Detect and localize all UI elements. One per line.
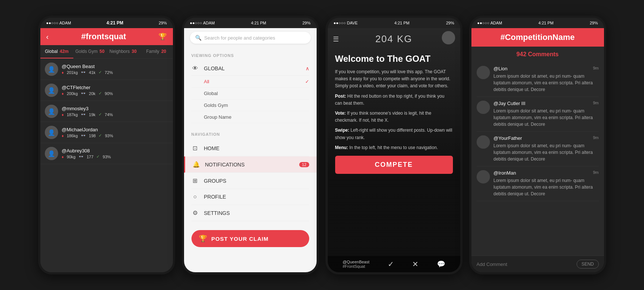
compete-button[interactable]: COMPETE [335, 156, 453, 174]
avatar [442, 31, 455, 44]
comment-name: @Jay Cutler III [494, 101, 525, 106]
viewing-options-section: VIEWING OPTIONS 👁 GLOBAL ∧ All ✓ Global … [184, 47, 317, 126]
nav-profile[interactable]: ○ PROFILE [191, 189, 309, 205]
carrier-3: ●●○○○ DAVE [334, 21, 358, 25]
time-2: 4:21 PM [251, 21, 266, 25]
send-button[interactable]: SEND [577, 260, 598, 269]
table-row[interactable]: 👤 @CTFletcher ♦200kg 👓20k ✓90% [40, 80, 173, 101]
sub-item-golds-gym[interactable]: Golds Gym [191, 100, 309, 111]
trophy-icon[interactable]: 🏆 [159, 33, 167, 41]
comment-time: 9m [593, 170, 598, 176]
screens-container: ●●○○○ ADAM 4:21 PM 29% ‹ #frontsquat 🏆 G… [31, 8, 614, 282]
table-row[interactable]: 👤 @mmosley3 ♦187kg 👓19k ✓74% [40, 101, 173, 122]
comment-time: 9m [593, 101, 598, 106]
eye-icon: 👁 [191, 65, 199, 72]
battery-1: 29% [159, 21, 167, 25]
table-row[interactable]: 👤 @Queen Beast ♦201kg 👓41k ✓72% [40, 59, 173, 80]
checkmark-action-icon[interactable]: ✓ [388, 260, 394, 269]
comment-text: Lorem ipsum dolor sit amet, eu pri num- … [494, 177, 599, 197]
avatar [477, 101, 490, 114]
nav-groups[interactable]: ⊞ GROUPS [191, 173, 309, 189]
comment-action-icon[interactable]: 💬 [437, 260, 445, 268]
welcome-paragraph-4: Swipe: Left-right will show you differen… [335, 127, 453, 141]
close-action-icon[interactable]: ✕ [412, 260, 418, 269]
screen3-content: ☰ 204 KG Welcome to The GOAT If you love… [328, 28, 460, 272]
comment-content: @IronMan 9m Lorem ipsum dolor sit amet, … [494, 170, 599, 197]
welcome-content: Welcome to The GOAT If you love competit… [328, 50, 460, 256]
carrier-1: ●●○○○ ADAM [46, 21, 71, 25]
tab-family[interactable]: Family 20 [140, 45, 173, 58]
sub-item-group-name[interactable]: Group Name [191, 111, 309, 123]
tabs-row: Global 42m Golds Gym 50 Neighbors 30 Fam… [40, 45, 173, 59]
comment-input[interactable] [477, 262, 573, 267]
leader-name: @CTFletcher [62, 85, 168, 90]
screen2-body: 🔍 Search for people and categories VIEWI… [184, 28, 317, 272]
viewing-options-label: VIEWING OPTIONS [191, 53, 309, 58]
comment-text: Lorem ipsum dolor sit amet, eu pri num- … [494, 73, 599, 93]
nav-settings[interactable]: ⚙ SETTINGS [191, 205, 309, 221]
avatar: 👤 [45, 126, 58, 139]
nav-home[interactable]: ⊡ HOME [191, 140, 309, 156]
search-input-wrap[interactable]: 🔍 Search for people and categories [190, 32, 311, 44]
hamburger-icon[interactable]: ☰ [333, 35, 339, 43]
avatar: 👤 [45, 63, 58, 76]
home-icon: ⊡ [191, 145, 199, 152]
notifications-badge: 12 [299, 162, 309, 167]
table-row[interactable]: 👤 @MichaelJordan ♦186kg 👓198 ✓93% [40, 122, 173, 143]
welcome-paragraph-3: Vote: If you think someone's video is le… [335, 110, 453, 124]
screen4-header: #CompetitionName [471, 28, 604, 47]
screen4-body: 942 Comments @Lion 9m Lorem ipsum dolor … [471, 47, 604, 272]
welcome-paragraph-5: Menu: In the top left, hit the menu to u… [335, 144, 453, 151]
carrier-2: ●●○○○ ADAM [190, 21, 215, 25]
leader-name: @mmosley3 [62, 106, 168, 111]
comment-content: @Lion 9m Lorem ipsum dolor sit amet, eu … [494, 66, 599, 93]
tab-global[interactable]: Global 42m [40, 45, 74, 58]
battery-4: 29% [590, 21, 598, 25]
post-claim-button[interactable]: 🏆 POST YOUR CLAIM [191, 230, 309, 247]
leader-stats: ♦186kg 👓198 ✓93% [62, 133, 168, 138]
comment-name: @IronMan [494, 170, 516, 176]
comment-time: 9m [593, 66, 598, 71]
global-menu-item[interactable]: 👁 GLOBAL ∧ [191, 61, 309, 76]
status-bar-1: ●●○○○ ADAM 4:21 PM 29% [40, 18, 173, 28]
screen1-header: ‹ #frontsquat 🏆 [40, 28, 173, 45]
search-bar: 🔍 Search for people and categories [184, 28, 317, 47]
leader-stats: ♦90kg 👓177 ✓93% [62, 154, 168, 159]
sub-item-global[interactable]: Global [191, 88, 309, 100]
time-3: 4:21 PM [394, 21, 410, 25]
leader-stats: ♦187kg 👓19k ✓74% [62, 112, 168, 117]
tab-neighbors[interactable]: Neighbors 30 [107, 45, 140, 58]
bottom-user-info: @QueenBeast #FrontSquat [343, 260, 369, 269]
phone-screen-4: ●●○○○ ADAM 4:21 PM 29% #CompetitionName … [469, 16, 606, 274]
back-icon[interactable]: ‹ [46, 33, 49, 41]
leader-info: @Queen Beast ♦201kg 👓41k ✓72% [62, 64, 168, 75]
avatar: 👤 [45, 84, 58, 97]
leader-info: @CTFletcher ♦200kg 👓20k ✓90% [62, 85, 168, 96]
sub-item-all[interactable]: All ✓ [191, 76, 309, 88]
comment-content: @Jay Cutler III 9m Lorem ipsum dolor sit… [494, 101, 599, 128]
leader-stats: ♦200kg 👓20k ✓90% [62, 91, 168, 96]
avatar [477, 66, 490, 79]
global-label: GLOBAL [204, 65, 300, 71]
leader-info: @MichaelJordan ♦186kg 👓198 ✓93% [62, 127, 168, 138]
navigation-label: NAVIGATION [191, 132, 309, 136]
welcome-paragraph-2: Post: Hit the red button on the top righ… [335, 93, 453, 107]
avatar: 👤 [45, 147, 58, 160]
leader-name: @Queen Beast [62, 64, 168, 69]
carrier-4: ●●○○○ ADAM [477, 21, 502, 25]
search-icon: 🔍 [195, 35, 201, 41]
nav-notifications[interactable]: 🔔 NOTIFICATIONS 12 [184, 156, 317, 173]
groups-icon: ⊞ [191, 177, 199, 184]
chevron-up-icon: ∧ [306, 65, 309, 71]
tab-golds-gym[interactable]: Golds Gym 50 [73, 45, 107, 58]
leaderboard-list: 👤 @Queen Beast ♦201kg 👓41k ✓72% 👤 @CTFle… [40, 59, 173, 272]
navigation-section: NAVIGATION ⊡ HOME 🔔 NOTIFICATIONS 12 ⊞ G… [184, 126, 317, 224]
search-input[interactable]: Search for people and categories [204, 35, 276, 41]
table-row[interactable]: 👤 @Aubrey308 ♦90kg 👓177 ✓93% [40, 143, 173, 164]
leader-stats: ♦201kg 👓41k ✓72% [62, 70, 168, 75]
settings-icon: ⚙ [191, 209, 199, 216]
time-1: 4:21 PM [107, 20, 123, 26]
status-bar-3: ●●○○○ DAVE 4:21 PM 29% [328, 18, 460, 28]
list-item: @Jay Cutler III 9m Lorem ipsum dolor sit… [477, 97, 599, 132]
status-bar-2: ●●○○○ ADAM 4:21 PM 29% [184, 18, 317, 28]
